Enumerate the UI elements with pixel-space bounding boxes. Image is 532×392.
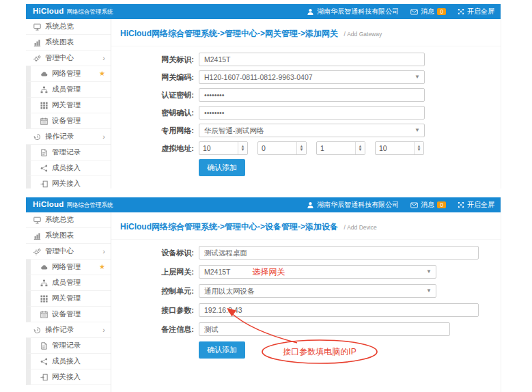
sidebar-item-system-overview[interactable]: 系统总览 <box>26 19 111 35</box>
add-device-form: 设备标识:测试远程桌面 上层网关:M2415T选择网关▼ 控制单元:通用以太网设… <box>111 240 501 359</box>
gateway-code-select[interactable]: H120-1607-0811-0812-9963-0407▼ <box>199 70 425 84</box>
virtual-address-octet-4[interactable]: 10▲▼ <box>375 141 424 155</box>
bar-chart-icon <box>33 232 42 240</box>
brand-suffix: 网络综合管理系统 <box>66 201 113 210</box>
company-menu[interactable]: 湖南华辰智通科技有限公司 <box>307 7 399 16</box>
field-label: 备注信息: <box>111 324 194 335</box>
parent-gateway-select[interactable]: M2415T选择网关▼ <box>199 265 436 279</box>
confirm-add-button[interactable]: 确认添加 <box>199 159 245 176</box>
gears-icon <box>33 55 42 62</box>
sidebar-item-device-management[interactable]: 设备管理 <box>26 307 111 322</box>
sidebar-item-management-records[interactable]: 管理记录 <box>26 338 111 354</box>
add-gateway-form: 网关标识:M2415T 网关编码:H120-1607-0811-0812-996… <box>111 46 501 176</box>
chevron-right-icon: › <box>102 248 105 255</box>
select-gateway-annotation: 选择网关 <box>253 267 285 277</box>
chevron-down-icon: ▼ <box>415 74 420 80</box>
sidebar-item-gateway-management[interactable]: 网关管理 <box>26 98 111 113</box>
fullscreen-toggle[interactable]: 开启全屏 <box>458 200 494 210</box>
cloud-icon <box>40 264 49 271</box>
spinner-arrows-icon[interactable]: ▲▼ <box>414 142 423 154</box>
device-page-screenshot: HiCloud 网络综合管理系统 湖南华辰智通科技有限公司 消息 0 开启全屏 … <box>26 197 501 392</box>
brand-name: HiCloud <box>33 200 64 208</box>
grid-icon <box>40 102 49 109</box>
sidebar-item-management-records[interactable]: 管理记录 <box>26 145 111 160</box>
star-icon: ★ <box>99 264 105 270</box>
sidebar-item-network-management[interactable]: 网络管理★ <box>26 260 111 275</box>
chevron-right-icon: › <box>102 133 105 141</box>
sidebar-item-gateway-access[interactable]: 网关接入 <box>26 369 111 385</box>
interface-param-input[interactable]: 192.16.8.43 <box>199 303 479 317</box>
grid-icon <box>40 295 49 303</box>
sidebar-item-member-access[interactable]: 成员接入 <box>26 354 111 369</box>
messages-menu[interactable]: 消息 0 <box>410 200 446 210</box>
device-id-input[interactable]: 测试远程桌面 <box>199 246 479 260</box>
sidebar-item-system-charts[interactable]: 系统图表 <box>26 228 111 244</box>
field-label: 认证密钥: <box>111 90 194 100</box>
cloud-icon <box>40 70 49 78</box>
field-label: 设备标识: <box>111 248 194 258</box>
fullscreen-icon <box>458 8 464 15</box>
confirm-add-button[interactable]: 确认添加 <box>199 341 245 359</box>
key-confirm-input[interactable]: •••••••• <box>199 106 425 120</box>
company-menu[interactable]: 湖南华辰智通科技有限公司 <box>307 200 399 210</box>
gateway-id-input[interactable]: M2415T <box>199 53 425 66</box>
messages-label: 消息 <box>421 200 434 210</box>
sign-in-icon <box>40 180 49 188</box>
desktop-icon <box>33 23 42 31</box>
app-logo[interactable]: HiCloud 网络综合管理系统 <box>26 7 111 16</box>
virtual-address-octet-3[interactable]: 1▲▼ <box>316 141 365 155</box>
sidebar-item-management-center[interactable]: 管理中心› <box>26 51 111 66</box>
sidebar-item-operation-records[interactable]: 操作记录› <box>26 129 111 145</box>
chevron-right-icon: › <box>102 326 105 334</box>
fullscreen-label: 开启全屏 <box>467 7 494 16</box>
breadcrumb-path: HiCloud网络综合管理系统->管理中心->网关管理->添加网关 <box>120 29 338 38</box>
share-icon <box>40 358 49 365</box>
remark-input[interactable]: 测试 <box>199 322 450 336</box>
brand-name: HiCloud <box>33 7 64 15</box>
calendar-icon <box>40 311 49 318</box>
company-name: 湖南华辰智通科技有限公司 <box>317 7 399 16</box>
field-label: 专用网络: <box>111 126 194 136</box>
breadcrumb-note: / Add Gateway <box>344 31 382 38</box>
gears-icon <box>33 248 42 255</box>
virtual-address-octet-2[interactable]: 0▲▼ <box>257 141 307 155</box>
sidebar-item-gateway-access[interactable]: 网关接入 <box>26 176 111 188</box>
field-label: 密钥确认: <box>111 108 194 118</box>
private-network-select[interactable]: 华辰智通-测试网络▼ <box>199 124 425 137</box>
field-label: 接口参数: <box>111 305 194 316</box>
sidebar-item-device-management[interactable]: 设备管理 <box>26 113 111 129</box>
spinner-arrows-icon[interactable]: ▲▼ <box>238 142 247 154</box>
sidebar-item-member-access[interactable]: 成员接入 <box>26 160 111 176</box>
sidebar-item-member-management[interactable]: 成员管理 <box>26 275 111 291</box>
sidebar-item-system-charts[interactable]: 系统图表 <box>26 35 111 51</box>
chevron-down-icon: ▼ <box>415 128 420 133</box>
field-label: 网关标识: <box>111 55 194 65</box>
desktop-icon <box>33 216 42 224</box>
fullscreen-toggle[interactable]: 开启全屏 <box>458 7 494 16</box>
sidebar-item-management-center[interactable]: 管理中心› <box>26 244 111 260</box>
spinner-arrows-icon[interactable]: ▲▼ <box>296 142 306 154</box>
virtual-address-octet-1[interactable]: 10▲▼ <box>199 141 248 155</box>
field-label: 控制单元: <box>111 286 194 296</box>
fullscreen-label: 开启全屏 <box>467 200 494 210</box>
user-icon <box>307 201 314 209</box>
user-icon <box>307 8 314 16</box>
history-icon <box>33 133 42 141</box>
auth-key-input[interactable]: •••••••• <box>199 88 425 102</box>
sidebar-item-operation-records[interactable]: 操作记录› <box>26 322 111 338</box>
bar-chart-icon <box>33 39 42 46</box>
sidebar-item-member-management[interactable]: 成员管理 <box>26 82 111 98</box>
sidebar-item-network-management[interactable]: 网络管理★ <box>26 66 111 82</box>
sidebar-item-system-overview[interactable]: 系统总览 <box>26 212 111 228</box>
spinner-arrows-icon[interactable]: ▲▼ <box>355 142 365 154</box>
app-logo[interactable]: HiCloud 网络综合管理系统 <box>26 200 111 210</box>
chevron-down-icon: ▼ <box>426 288 432 294</box>
sidebar-item-gateway-management[interactable]: 网关管理 <box>26 291 111 307</box>
control-unit-select[interactable]: 通用以太网设备▼ <box>199 284 436 298</box>
breadcrumb-note: / Add Device <box>344 224 376 231</box>
calendar-icon <box>40 117 49 125</box>
chevron-down-icon: ▼ <box>426 269 432 275</box>
history-icon <box>33 326 42 334</box>
messages-menu[interactable]: 消息 0 <box>410 7 446 16</box>
fullscreen-icon <box>458 201 464 208</box>
